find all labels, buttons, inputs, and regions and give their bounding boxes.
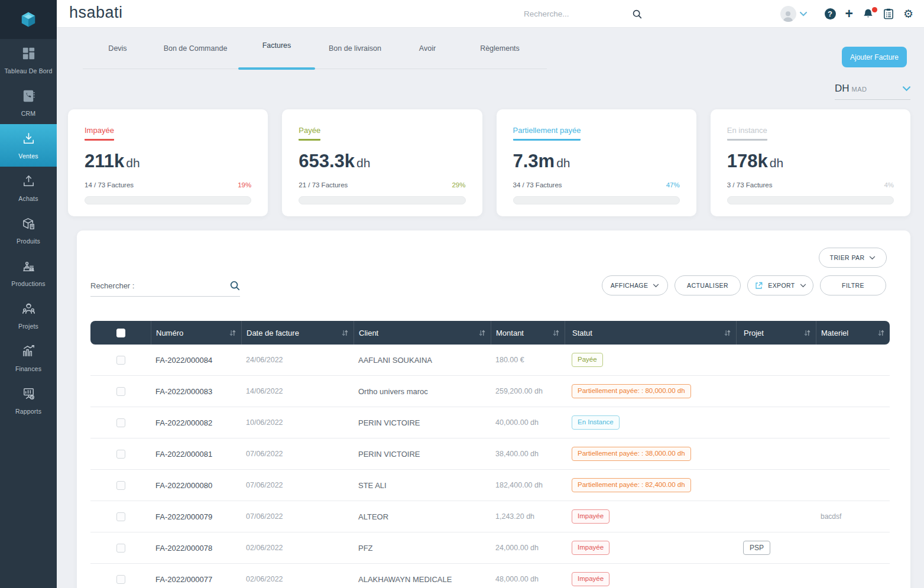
- sort-icon[interactable]: [877, 329, 885, 337]
- sort-icon[interactable]: [341, 329, 349, 337]
- sidebar-item-finances[interactable]: Finances: [0, 337, 57, 379]
- row-checkbox[interactable]: [116, 418, 125, 427]
- row-checkbox[interactable]: [116, 544, 125, 553]
- status-badge: Impayée: [572, 509, 609, 524]
- clipboard-icon[interactable]: [883, 8, 894, 20]
- table-body: FA-2022/00008424/06/2022AAFLANI SOUKAINA…: [90, 345, 890, 588]
- sidebar-item-tableau-de-bord[interactable]: Tableau De Bord: [0, 39, 57, 82]
- global-search-input[interactable]: [524, 9, 630, 18]
- refresh-label: ACTUALISER: [687, 282, 728, 289]
- table-row[interactable]: FA-2022/00008107/06/2022PERIN VICTOIRE38…: [90, 438, 890, 470]
- column-header-montant[interactable]: Montant: [491, 321, 565, 345]
- filter-button[interactable]: FILTRE: [820, 275, 886, 295]
- column-header-nume-ro[interactable]: Numéro: [151, 321, 241, 345]
- invoices-table: NuméroDate de factureClientMontantStatut…: [90, 321, 890, 588]
- client-cell: STE ALI: [354, 481, 491, 490]
- currency-symbol: DH: [835, 83, 850, 95]
- column-header-label: Montant: [496, 329, 524, 337]
- column-header-label: Statut: [572, 329, 592, 337]
- brand-logo-text[interactable]: hsabati: [69, 4, 123, 22]
- add-invoice-button[interactable]: Ajouter Facture: [842, 47, 907, 67]
- sort-icon[interactable]: [803, 329, 811, 337]
- tab-devis[interactable]: Devis: [83, 28, 153, 69]
- display-button[interactable]: AFFICHAGE: [602, 275, 668, 295]
- row-checkbox[interactable]: [116, 481, 125, 490]
- sort-icon[interactable]: [229, 329, 236, 337]
- table-row[interactable]: FA-2022/00008314/06/2022Ortho univers ma…: [90, 376, 890, 407]
- tab-label: Bon de Commande: [164, 44, 228, 53]
- card-status-label: En instance: [727, 126, 767, 141]
- row-checkbox[interactable]: [116, 356, 125, 365]
- export-icon: [754, 281, 763, 290]
- table-row[interactable]: FA-2022/00008424/06/2022AAFLANI SOUKAINA…: [90, 345, 890, 376]
- sort-icon[interactable]: [552, 329, 560, 337]
- column-header-label: Materiel: [821, 329, 848, 337]
- sidebar-item-projets[interactable]: Projets: [0, 294, 57, 337]
- invoices-panel: TRIER PAR Rechercher : AFFICHAGE ACTUALI…: [77, 230, 910, 588]
- sidebar-item-productions[interactable]: Productions: [0, 252, 57, 294]
- global-search: [524, 0, 642, 28]
- sidebar-item-crm[interactable]: CRM: [0, 82, 57, 124]
- row-checkbox[interactable]: [116, 575, 125, 584]
- user-menu[interactable]: [780, 6, 807, 22]
- help-icon[interactable]: ?: [825, 8, 836, 20]
- amount-cell: 182,400.00 dh: [491, 481, 565, 489]
- row-checkbox[interactable]: [116, 450, 125, 459]
- client-cell: ALTEOR: [354, 512, 491, 521]
- tab-avoir[interactable]: Avoir: [395, 28, 460, 69]
- status-cell: Payée: [565, 353, 736, 367]
- card-fraction: 21 / 73 Factures: [299, 181, 348, 189]
- notifications-icon[interactable]: [863, 8, 874, 20]
- document-tabs: DevisBon de CommandeFacturesBon de livra…: [83, 28, 547, 69]
- search-icon[interactable]: [632, 9, 642, 19]
- invoice-number-cell: FA-2022/000083: [151, 387, 241, 396]
- ventes-icon: [21, 131, 37, 149]
- table-row[interactable]: FA-2022/00007702/06/2022ALAKHAWAYN MEDIC…: [90, 564, 890, 588]
- status-cell: Partiellement payée: : 38,000.00 dh: [565, 447, 736, 461]
- app-logo[interactable]: [0, 0, 57, 39]
- currency-selector[interactable]: DH MAD: [835, 83, 910, 100]
- table-search-input[interactable]: [138, 281, 226, 290]
- table-row[interactable]: FA-2022/00007802/06/2022PFZ24,000.00 dhI…: [90, 532, 890, 564]
- client-cell: PERIN VICTOIRE: [354, 450, 491, 459]
- sidebar-item-rapports[interactable]: Rapports: [0, 379, 57, 422]
- card-meta-row: 21 / 73 Factures29%: [299, 181, 465, 189]
- sidebar-item-produits[interactable]: Produits: [0, 209, 57, 252]
- column-header-date-de-facture[interactable]: Date de facture: [241, 321, 354, 345]
- search-icon[interactable]: [229, 280, 240, 291]
- cube-logo-icon: [20, 11, 37, 28]
- table-row[interactable]: FA-2022/00007907/06/2022ALTEOR1,243.20 d…: [90, 501, 890, 532]
- column-header-client[interactable]: Client: [354, 321, 491, 345]
- tab-bon-de-commande[interactable]: Bon de Commande: [153, 28, 238, 69]
- achats-icon: [21, 173, 37, 191]
- tab-bon-de-livraison[interactable]: Bon de livraison: [315, 28, 395, 69]
- sidebar-item-label: Productions: [10, 281, 47, 288]
- column-header-statut[interactable]: Statut: [565, 321, 736, 345]
- export-button[interactable]: EXPORT: [747, 275, 813, 295]
- status-badge: Impayée: [572, 541, 609, 555]
- sort-icon[interactable]: [724, 329, 731, 337]
- add-icon[interactable]: +: [845, 7, 853, 21]
- sidebar-item-ventes[interactable]: Ventes: [0, 124, 57, 167]
- row-checkbox[interactable]: [116, 387, 125, 396]
- row-select-cell: [90, 387, 151, 396]
- tab-re-glements[interactable]: Règlements: [460, 28, 540, 69]
- settings-icon[interactable]: ⚙: [903, 8, 913, 20]
- status-cell: Impayée: [565, 541, 736, 555]
- row-checkbox[interactable]: [116, 512, 125, 521]
- sidebar-item-achats[interactable]: Achats: [0, 167, 57, 209]
- invoice-date-cell: 10/06/2022: [241, 418, 354, 427]
- sort-icon[interactable]: [478, 329, 486, 337]
- tab-factures[interactable]: Factures: [238, 28, 315, 69]
- card-progress-bar: [727, 196, 894, 204]
- column-header-projet[interactable]: Projet: [736, 321, 816, 345]
- status-badge: Partiellement payée: : 38,000.00 dh: [572, 447, 691, 461]
- sidebar-item-label: Finances: [14, 366, 43, 373]
- refresh-button[interactable]: ACTUALISER: [675, 275, 741, 295]
- card-percent: 4%: [884, 181, 894, 189]
- sort-by-button[interactable]: TRIER PAR: [819, 248, 887, 268]
- select-all-checkbox[interactable]: [116, 329, 125, 337]
- column-header-materiel[interactable]: Materiel: [816, 321, 890, 345]
- table-row[interactable]: FA-2022/00008210/06/2022PERIN VICTOIRE40…: [90, 407, 890, 438]
- table-row[interactable]: FA-2022/00008007/06/2022STE ALI182,400.0…: [90, 470, 890, 501]
